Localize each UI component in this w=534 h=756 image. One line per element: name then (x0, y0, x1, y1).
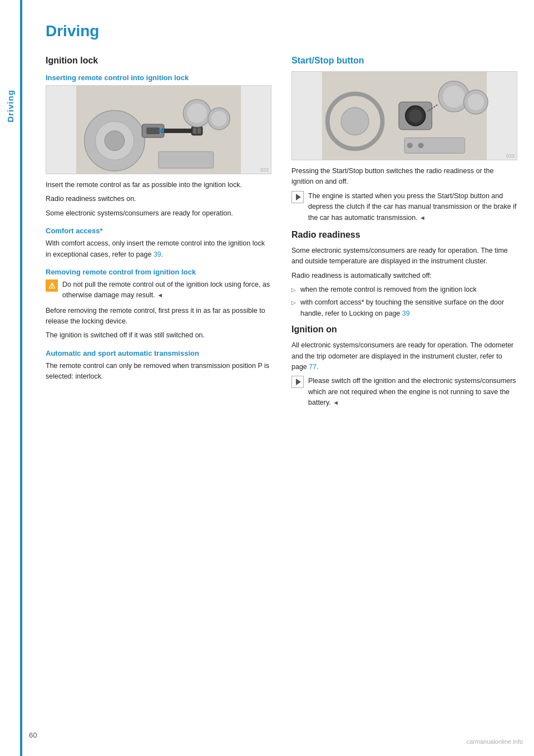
note-end-mark-2: ◄ (333, 399, 339, 406)
svg-point-18 (341, 107, 368, 135)
note-text-1: The engine is started when you press the… (308, 191, 517, 223)
svg-point-26 (468, 94, 484, 111)
start-stop-image: 023 (291, 71, 517, 160)
radio-bullet-item-1: when the remote control is removed from … (291, 284, 517, 295)
radio-bullet-page-link[interactable]: 39 (402, 310, 410, 317)
right-column: Start/Stop button (291, 56, 517, 413)
ignition-lock-heading: Ignition lock (46, 56, 271, 66)
radio-bullet-list: when the remote control is removed from … (291, 284, 517, 319)
radio-body-1: Some electronic systems/consumers are re… (291, 246, 517, 267)
page-title: Driving (46, 22, 517, 40)
removing-body-1: Before removing the remote control, firs… (46, 306, 271, 327)
svg-point-24 (443, 86, 465, 108)
note-block-2: Please switch off the ignition and the e… (291, 376, 517, 408)
bottom-logo: carmanualonline.info (466, 738, 523, 745)
side-tab: Driving (0, 45, 20, 167)
svg-rect-6 (161, 129, 194, 133)
warning-icon: ⚠ (46, 279, 58, 292)
removing-body-2: The ignition is switched off if it was s… (46, 330, 271, 341)
svg-rect-15 (159, 152, 214, 169)
svg-point-3 (105, 131, 125, 151)
svg-rect-27 (404, 138, 465, 154)
insert-body-2: Radio readiness switches on. (46, 194, 271, 204)
insert-body-3: Some electronic systems/consumers are re… (46, 208, 271, 219)
comfort-body-end: . (161, 251, 163, 258)
ignition-insert-image: 022 (46, 85, 271, 174)
auto-body: The remote control can only be removed w… (46, 361, 271, 382)
ignition-on-heading: Ignition on (291, 325, 517, 335)
play-triangle-icon-2 (296, 379, 301, 385)
svg-rect-9 (197, 128, 201, 134)
image-ref-1: 022 (260, 167, 269, 173)
warning-end-mark: ◄ (157, 292, 163, 298)
note-text-2: Please switch off the ignition and the e… (308, 376, 517, 408)
note-icon-1 (291, 191, 304, 203)
svg-point-29 (418, 143, 424, 148)
insert-body-1: Insert the remote control as far as poss… (46, 180, 271, 190)
svg-point-12 (187, 104, 207, 124)
note-icon-2 (291, 376, 304, 388)
note-end-mark-1: ◄ (419, 214, 426, 221)
note-block-1: The engine is started when you press the… (291, 191, 517, 223)
left-border-bar (20, 0, 22, 756)
page-content: Driving Ignition lock Inserting remote c… (29, 0, 534, 446)
radio-bullet-item-2: with comfort access* by touching the sen… (291, 297, 517, 319)
ignition-page-link[interactable]: 77 (309, 363, 317, 371)
comfort-page-link[interactable]: 39 (154, 251, 161, 258)
radio-body-2: Radio readiness is automatically switche… (291, 271, 517, 281)
warning-text: Do not pull the remote control out of th… (62, 279, 271, 301)
removing-sub-heading: Removing remote control from ignition lo… (46, 268, 271, 276)
play-triangle-icon-1 (296, 194, 301, 200)
svg-point-28 (407, 143, 413, 148)
svg-point-14 (211, 111, 227, 126)
start-stop-heading: Start/Stop button (291, 56, 517, 66)
side-tab-label: Driving (6, 90, 15, 122)
comfort-access-heading: Comfort access* (46, 227, 271, 235)
warning-block: ⚠ Do not pull the remote control out of … (46, 279, 271, 301)
svg-point-21 (409, 109, 422, 122)
left-column: Ignition lock Inserting remote control i… (46, 56, 271, 413)
radio-readiness-heading: Radio readiness (291, 230, 517, 240)
ignition-body-1: All electronic systems/consumers are rea… (291, 340, 517, 372)
svg-rect-8 (193, 128, 196, 134)
two-column-layout: Ignition lock Inserting remote control i… (46, 56, 517, 413)
start-stop-body-1: Pressing the Start/Stop button switches … (291, 166, 517, 188)
image-ref-2: 023 (506, 153, 515, 159)
inserting-sub-heading: Inserting remote control into ignition l… (46, 73, 271, 82)
auto-transmission-heading: Automatic and sport automatic transmissi… (46, 349, 271, 357)
comfort-body: With comfort access, only insert the rem… (46, 238, 271, 260)
page-number: 60 (29, 731, 37, 739)
